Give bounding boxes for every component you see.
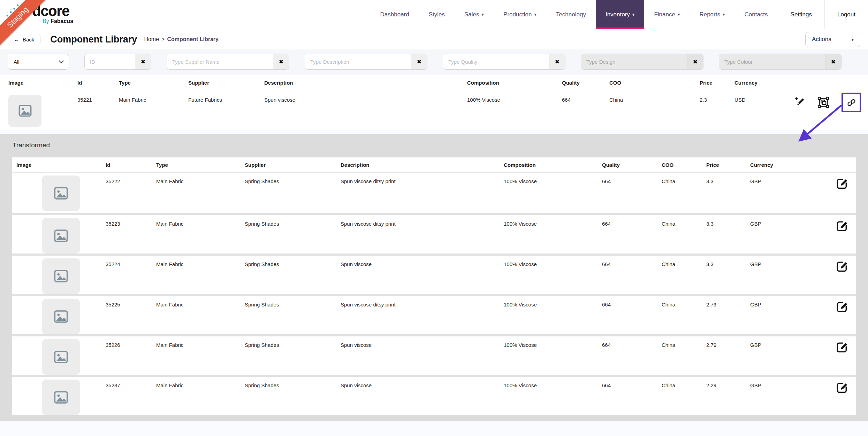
caret-down-icon: ▾	[534, 12, 536, 17]
transformed-image-cell	[16, 173, 106, 211]
component-id: 35221	[77, 91, 119, 103]
pencil-plus-icon	[795, 97, 805, 107]
filter-field: ✖	[581, 54, 703, 70]
image-placeholder	[42, 176, 80, 211]
image-placeholder	[8, 95, 41, 127]
image-placeholder	[42, 218, 80, 254]
edit-icon	[836, 260, 848, 272]
filter-input[interactable]	[305, 54, 411, 69]
component-table-header: Image Id Type Supplier Description Compo…	[0, 75, 868, 91]
edit-button[interactable]	[836, 300, 848, 313]
transformed-currency: GBP	[750, 215, 824, 227]
edit-button[interactable]	[836, 177, 848, 189]
image-placeholder	[42, 299, 80, 334]
caret-down-icon: ▾	[851, 37, 854, 42]
transformed-quality: 664	[602, 377, 662, 388]
back-button[interactable]: ← Back	[8, 34, 40, 45]
nav-item[interactable]: Finance ▾	[644, 0, 690, 29]
nav-item[interactable]: Sales ▾	[455, 0, 494, 29]
image-placeholder	[42, 339, 80, 375]
transformed-currency: GBP	[750, 336, 824, 348]
breadcrumb-separator: >	[161, 36, 165, 42]
transformed-description: Spun viscose ditsy print	[341, 296, 504, 307]
nav-item[interactable]: Inventory ▾	[596, 0, 644, 29]
transformed-supplier: Spring Shades	[245, 377, 341, 388]
transformed-table: Image Id Type Supplier Description Compo…	[12, 157, 856, 415]
filter-input[interactable]	[167, 54, 273, 69]
transformed-image-cell	[16, 215, 106, 254]
transformed-table-header: Image Id Type Supplier Description Compo…	[12, 157, 856, 173]
edit-button[interactable]	[836, 260, 848, 272]
brand-logo-subtext: By Fabacus	[43, 18, 73, 24]
component-composition: 100% Viscose	[467, 91, 562, 103]
image-icon	[54, 310, 68, 323]
transform-button[interactable]	[818, 97, 829, 108]
magic-edit-button[interactable]	[795, 97, 805, 107]
filter-input	[581, 54, 687, 69]
component-currency: USD	[734, 91, 788, 103]
nav-item[interactable]: Styles	[419, 0, 455, 29]
component-table: Image Id Type Supplier Description Compo…	[0, 75, 868, 130]
transformed-supplier: Spring Shades	[245, 256, 341, 267]
filter-field: ✖	[167, 54, 289, 70]
transformed-row-actions	[824, 173, 852, 189]
transformed-price: 3.3	[706, 256, 750, 267]
transformed-currency: GBP	[750, 256, 824, 267]
filter-field: ✖	[305, 54, 427, 70]
transformed-id: 35226	[106, 336, 156, 348]
transformed-type: Main Fabric	[156, 215, 245, 227]
nav-item[interactable]: Reports ▾	[690, 0, 734, 29]
edit-button[interactable]	[836, 381, 848, 394]
transformed-quality: 664	[602, 256, 662, 267]
caret-down-icon: ▾	[482, 12, 484, 17]
transformed-composition: 100% Viscose	[504, 377, 602, 388]
type-filter-select[interactable]: All	[8, 54, 69, 70]
edit-button[interactable]	[836, 341, 848, 353]
caret-down-icon: ▾	[678, 12, 680, 17]
filter-input[interactable]	[85, 54, 135, 69]
transformed-row: 35237 Main Fabric Spring Shades Spun vis…	[12, 375, 856, 415]
breadcrumb-home: Home	[144, 36, 159, 42]
breadcrumb: Home > Component Library	[144, 36, 219, 42]
transformed-supplier: Spring Shades	[245, 336, 341, 348]
nav-item[interactable]: Contacts	[734, 0, 777, 29]
nav-item[interactable]: Production ▾	[494, 0, 546, 29]
nav-item-logout[interactable]: Logout	[824, 0, 868, 29]
edit-button[interactable]	[836, 219, 848, 232]
transformed-coo: China	[662, 215, 706, 227]
transformed-quality: 664	[602, 215, 662, 227]
component-price: 2.3	[700, 91, 734, 103]
nav-item-settings[interactable]: Settings	[778, 0, 824, 29]
image-placeholder	[42, 258, 80, 294]
row-actions	[788, 91, 868, 112]
transformed-id: 35223	[106, 215, 156, 227]
component-type: Main Fabric	[119, 91, 188, 103]
transformed-currency: GBP	[750, 296, 824, 307]
clear-filter-button[interactable]: ✖	[135, 54, 151, 69]
link-transformed-button[interactable]	[842, 93, 861, 112]
nav-item[interactable]: Technology	[546, 0, 596, 29]
filter-field: ✖	[719, 54, 842, 70]
component-image-cell	[8, 91, 77, 127]
transformed-row-actions	[824, 215, 852, 232]
transformed-description: Spun viscose ditsy print	[341, 173, 504, 184]
component-coo: China	[609, 91, 700, 103]
component-description: Spun viscose	[264, 91, 467, 103]
transformed-type: Main Fabric	[156, 377, 245, 388]
clear-filter-button[interactable]: ✖	[273, 54, 289, 69]
breadcrumb-current[interactable]: Component Library	[167, 36, 219, 42]
filter-field: ✖	[443, 54, 565, 70]
transformed-row-actions	[824, 336, 852, 353]
transformed-row: 35226 Main Fabric Spring Shades Spun vis…	[12, 334, 856, 375]
transformed-image-cell	[16, 256, 106, 294]
transformed-row: 35225 Main Fabric Spring Shades Spun vis…	[12, 294, 856, 334]
nav-item[interactable]: Dashboard	[371, 0, 419, 29]
clear-filter-button[interactable]: ✖	[411, 54, 427, 69]
clear-filter-button[interactable]: ✖	[549, 54, 565, 69]
transformed-type: Main Fabric	[156, 296, 245, 307]
filter-input[interactable]	[443, 54, 549, 69]
page-title: Component Library	[50, 34, 137, 45]
actions-dropdown-button[interactable]: Actions ▾	[805, 32, 860, 47]
transformed-id: 35225	[106, 296, 156, 307]
transformed-currency: GBP	[750, 173, 824, 184]
